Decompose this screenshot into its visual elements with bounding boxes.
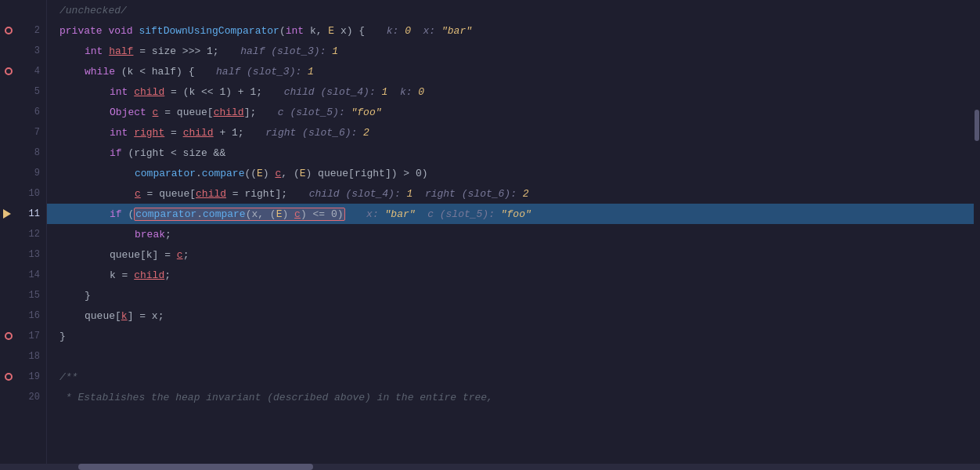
line-number-17: 18	[0, 346, 46, 367]
code-line-13: queue[k] = c;	[47, 244, 974, 265]
code-line-2: private void siftDownUsingComparator(int…	[47, 20, 974, 41]
code-lines: /unchecked/ private void siftDownUsingCo…	[47, 0, 974, 407]
line-number-3: 4	[0, 61, 46, 81]
scrollbar-vertical[interactable]	[974, 0, 980, 464]
scrollbar-thumb-horizontal[interactable]	[78, 464, 313, 470]
keyword-while: while	[85, 66, 121, 78]
line-number-2: 3	[0, 41, 46, 61]
line-number-18: 19	[0, 367, 46, 387]
code-line-10: c = queue[child = right]; child (slot_4)…	[47, 183, 974, 204]
breakpoint-ring-16[interactable]	[5, 332, 13, 340]
breakpoint-ring-18[interactable]	[5, 373, 13, 381]
unchecked-comment: /unchecked/	[59, 5, 127, 16]
code-line-unchecked: /unchecked/	[47, 0, 974, 20]
line-number-7: 8	[0, 143, 46, 163]
code-editor: 2 3 4 5 6 7 8	[0, 0, 980, 470]
scrollbar-thumb-vertical[interactable]	[975, 110, 979, 141]
code-line-7: int right = child + 1; right (slot_6): 2	[47, 122, 974, 143]
line-number-12: 13	[0, 244, 46, 265]
code-line-5: int child = (k << 1) + 1; child (slot_4)…	[47, 81, 974, 102]
line-number-8: 9	[0, 163, 46, 183]
line-number-14: 15	[0, 285, 46, 306]
line-number-10: 11	[0, 204, 46, 224]
code-line-15: }	[47, 285, 974, 306]
breakpoint-ring-1[interactable]	[5, 27, 13, 34]
code-line-19: /**	[47, 367, 974, 387]
code-area: 2 3 4 5 6 7 8	[0, 0, 980, 464]
fn-siftdown: siftDownUsingComparator	[139, 25, 279, 37]
line-number-15: 16	[0, 306, 46, 326]
line-number-5: 6	[0, 102, 46, 122]
code-line-6: Object c = queue[child]; c (slot_5): "fo…	[47, 102, 974, 122]
selected-expression: comparator.compare(x, (E) c) <= 0)	[134, 208, 344, 221]
breakpoint-ring-3[interactable]	[5, 67, 13, 75]
line-number-0	[0, 0, 46, 20]
keyword-void: void	[108, 25, 139, 37]
line-number-16: 17	[0, 326, 46, 346]
code-content[interactable]: /unchecked/ private void siftDownUsingCo…	[47, 0, 974, 464]
code-line-17: }	[47, 326, 974, 346]
paren-open: (	[279, 25, 286, 37]
line-number-11: 12	[0, 224, 46, 244]
code-line-16: queue[k] = x;	[47, 306, 974, 326]
line-number-1: 2	[0, 20, 46, 41]
keyword-private: private	[59, 25, 108, 37]
debug-2: k: 0 x: "bar"	[374, 25, 472, 37]
code-line-4: while (k < half) { half (slot_3): 1	[47, 61, 974, 81]
code-line-18	[47, 346, 974, 367]
code-line-9: comparator.compare((E) c, (E) queue[righ…	[47, 163, 974, 183]
line-number-6: 7	[0, 122, 46, 143]
code-line-11-active: if (comparator.compare(x, (E) c) <= 0) x…	[47, 204, 974, 224]
code-line-3: int half = size >>> 1; half (slot_3): 1	[47, 41, 974, 61]
code-line-8: if (right < size &&	[47, 143, 974, 163]
line-number-19: 20	[0, 387, 46, 407]
code-line-12: break;	[47, 224, 974, 244]
code-line-14: k = child;	[47, 265, 974, 285]
keyword-int: int	[286, 25, 304, 37]
line-number-9: 10	[0, 183, 46, 204]
line-number-13: 14	[0, 265, 46, 285]
current-line-arrow	[3, 209, 11, 219]
line-number-4: 5	[0, 81, 46, 102]
code-line-20: * Establishes the heap invariant (descri…	[47, 387, 974, 407]
line-gutter: 2 3 4 5 6 7 8	[0, 0, 47, 464]
scrollbar-horizontal[interactable]	[0, 464, 980, 470]
